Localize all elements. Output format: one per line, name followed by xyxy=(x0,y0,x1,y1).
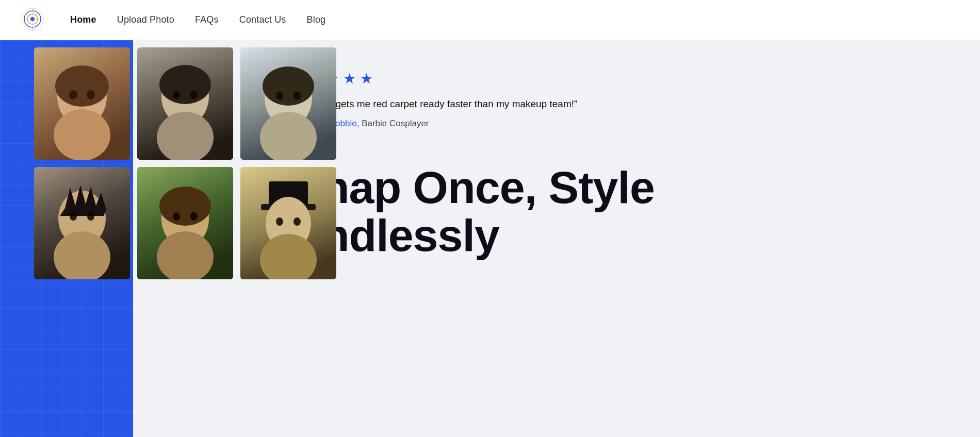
photo-face5 xyxy=(137,167,233,279)
svg-point-32 xyxy=(87,212,94,221)
svg-point-10 xyxy=(55,65,109,107)
nav-link-contact-us[interactable]: Contact Us xyxy=(239,14,286,25)
photo-face3 xyxy=(240,47,336,160)
photo-face6 xyxy=(240,167,336,279)
svg-point-23 xyxy=(263,66,314,106)
svg-point-31 xyxy=(70,212,77,221)
svg-point-19 xyxy=(173,91,180,99)
testimonial-quote: “This app gets me red carpet ready faste… xyxy=(292,96,612,111)
nav-links: Home Upload Photo FAQs Contact Us Blog xyxy=(70,14,325,25)
svg-point-20 xyxy=(190,91,198,99)
testimonial-author: – Margot Robbie, Barbie Cosplayer xyxy=(292,119,939,129)
app-logo-icon xyxy=(21,7,44,31)
nav-item-upload-photo[interactable]: Upload Photo xyxy=(117,14,174,25)
nav-link-faqs[interactable]: FAQs xyxy=(195,14,219,25)
svg-point-17 xyxy=(159,65,211,104)
right-section: ★ ★ ★ ★ ★ “This app gets me red carpet r… xyxy=(251,40,980,270)
svg-point-12 xyxy=(69,90,77,99)
svg-point-37 xyxy=(173,212,180,221)
svg-point-45 xyxy=(293,217,301,226)
stars-row: ★ ★ ★ ★ ★ xyxy=(292,70,939,87)
svg-point-38 xyxy=(190,212,198,221)
svg-point-44 xyxy=(276,217,283,226)
nav-item-faqs[interactable]: FAQs xyxy=(195,14,219,25)
headline-section: Snap Once, Style Endlessly xyxy=(292,164,939,259)
author-title: , Barbie Cosplayer xyxy=(357,119,429,128)
main-nav: Home Upload Photo FAQs Contact Us Blog xyxy=(0,0,980,40)
photo-face2 xyxy=(137,47,233,160)
headline-line1: Snap Once, Style xyxy=(292,162,655,213)
logo-container xyxy=(21,7,50,33)
nav-item-home[interactable]: Home xyxy=(70,14,96,25)
nav-link-home[interactable]: Home xyxy=(70,14,96,25)
svg-point-11 xyxy=(54,109,110,160)
photo-face4 xyxy=(34,167,130,279)
testimonial-section: ★ ★ ★ ★ ★ “This app gets me red carpet r… xyxy=(292,70,939,129)
nav-link-upload-photo[interactable]: Upload Photo xyxy=(117,14,174,25)
nav-item-contact-us[interactable]: Contact Us xyxy=(239,14,286,25)
svg-point-26 xyxy=(293,92,301,100)
photo-row-bottom xyxy=(34,167,251,279)
nav-item-blog[interactable]: Blog xyxy=(307,14,326,25)
photo-row-top xyxy=(34,47,251,160)
svg-point-35 xyxy=(159,187,211,226)
star-4: ★ xyxy=(343,70,356,87)
main-content: ★ ★ ★ ★ ★ “This app gets me red carpet r… xyxy=(0,40,980,437)
svg-point-25 xyxy=(276,92,283,100)
svg-point-13 xyxy=(87,90,95,99)
photo-grid xyxy=(34,40,251,279)
photo-face1 xyxy=(34,47,130,160)
content-area: ★ ★ ★ ★ ★ “This app gets me red carpet r… xyxy=(133,40,980,437)
nav-link-blog[interactable]: Blog xyxy=(307,14,326,25)
headline-text: Snap Once, Style Endlessly xyxy=(292,164,939,259)
star-5: ★ xyxy=(360,70,373,87)
